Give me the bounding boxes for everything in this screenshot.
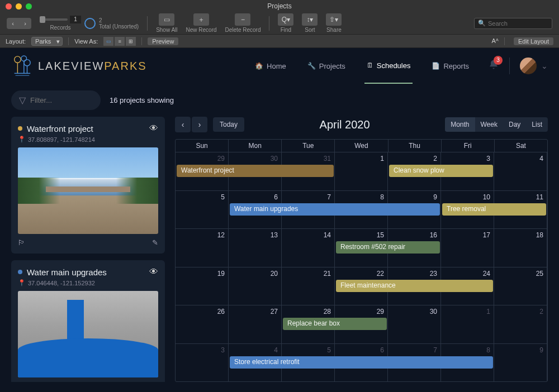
calendar-day[interactable]: 13 [229, 229, 282, 267]
card-title: Waterfront project [27, 124, 145, 133]
calendar-event[interactable]: Clean snow plow [389, 165, 493, 177]
calendar-view-switch: MonthWeekDayList [445, 117, 548, 132]
calendar-day[interactable]: 21 [282, 267, 335, 305]
eye-icon[interactable]: 👁 [149, 267, 158, 277]
toolbar-search-input[interactable] [488, 20, 548, 27]
calendar-day[interactable]: 20 [229, 267, 282, 305]
plus-icon: ＋ [193, 13, 209, 26]
card-edit-icon[interactable]: ✎ [152, 238, 158, 247]
share-icon: ⇧▾ [326, 13, 342, 26]
calendar-day[interactable]: 5 [176, 191, 229, 229]
calendar-week: 12131415161718Restroom #502 repair [176, 228, 547, 267]
calendar-day[interactable]: 30 [388, 305, 441, 343]
card-title: Water main upgrades [27, 267, 145, 277]
eye-icon[interactable]: 👁 [149, 123, 158, 133]
filter-box[interactable]: ▽ [11, 90, 101, 110]
sort-icon: ↕▾ [302, 13, 318, 26]
card-action-left[interactable]: 🏳 [18, 238, 25, 247]
window-maximize[interactable] [26, 3, 32, 9]
calendar-day[interactable]: 2 [494, 305, 547, 343]
calendar-day[interactable]: 18 [494, 229, 547, 267]
calendar-day[interactable]: 19 [176, 267, 229, 305]
filter-input[interactable] [30, 96, 93, 104]
date-number: 23 [391, 270, 437, 278]
date-number: 26 [179, 308, 225, 315]
view-month[interactable]: Month [445, 117, 475, 132]
date-number: 6 [232, 193, 278, 201]
calendar-week: 262728293012Replace bear box [176, 305, 547, 343]
calendar-event[interactable]: Fleet maintenance [336, 280, 493, 292]
preview-button[interactable]: Preview [148, 37, 178, 45]
svg-point-1 [21, 56, 27, 61]
date-number: 15 [338, 231, 384, 239]
calendar-day[interactable]: 9 [494, 344, 547, 382]
project-card[interactable]: Water main upgrades 👁 📍 37.046448, -121.… [11, 260, 165, 382]
calendar-day[interactable]: 25 [494, 267, 547, 305]
calendar-day[interactable]: 26 [176, 305, 229, 343]
date-number: 3 [179, 346, 225, 354]
calendar-day[interactable]: 3 [176, 344, 229, 382]
date-number: 28 [285, 308, 331, 315]
home-icon: 🏠 [255, 62, 263, 70]
calendar-day[interactable]: 1 [335, 152, 388, 190]
notifications-button[interactable]: 3 [488, 59, 499, 73]
view-form-button[interactable]: ▭ [103, 37, 113, 46]
records-current[interactable]: 1 [70, 16, 81, 23]
view-table-button[interactable]: ⊞ [126, 37, 136, 46]
text-size-button[interactable]: Aᴬ [492, 37, 499, 45]
window-close[interactable] [6, 3, 12, 9]
nav-forward[interactable]: › [19, 18, 31, 29]
calendar-event[interactable]: Replace bear box [283, 318, 387, 330]
calendar-day[interactable]: 17 [441, 229, 494, 267]
records-group: 1 Records 2 Total (Unsorted) [40, 16, 139, 31]
calendar-day[interactable]: 14 [282, 229, 335, 267]
today-button[interactable]: Today [213, 117, 244, 132]
calendar-event[interactable]: Water main upgrades [230, 203, 440, 216]
calendar-next[interactable]: › [192, 117, 207, 132]
tab-reports[interactable]: 📄 Reports [429, 48, 471, 84]
records-pie-icon[interactable] [84, 18, 96, 29]
calendar-day[interactable]: 4 [494, 152, 547, 190]
calendar-prev[interactable]: ‹ [175, 117, 191, 132]
toolbar-search[interactable]: 🔍 [474, 18, 552, 29]
layout-label: Layout: [6, 38, 26, 45]
find-button[interactable]: Q▾ Find [278, 13, 293, 33]
date-number: 30 [391, 308, 437, 315]
calendar-event[interactable]: Store electrical retrofit [230, 356, 493, 369]
calendar-event[interactable]: Tree removal [442, 203, 546, 216]
logo-icon [11, 54, 32, 78]
view-list[interactable]: List [526, 117, 548, 132]
calendar-event[interactable]: Waterfront project [177, 165, 334, 177]
date-number: 10 [444, 193, 490, 201]
calendar-day[interactable]: 1 [441, 305, 494, 343]
layout-select[interactable]: Parks [31, 37, 63, 46]
tab-schedules[interactable]: 🗓 Schedules [364, 48, 413, 84]
tab-home[interactable]: 🏠 Home [253, 48, 288, 84]
new-record-button[interactable]: ＋ New Record [186, 13, 217, 33]
nav-back[interactable]: ‹ [7, 18, 19, 29]
user-avatar[interactable] [520, 58, 537, 74]
calendar-event[interactable]: Restroom #502 repair [336, 241, 440, 254]
header-divider [509, 58, 510, 74]
calendar-day[interactable]: 12 [176, 229, 229, 267]
chevron-down-icon[interactable]: ⌄ [541, 61, 548, 70]
share-button[interactable]: ⇧▾ Share [326, 13, 342, 33]
calendar-day[interactable]: 27 [229, 305, 282, 343]
filter-count: 16 projects showing [110, 96, 174, 104]
view-as-label: View As: [74, 38, 98, 45]
window-title: Projects [267, 2, 291, 10]
date-number: 22 [338, 270, 384, 278]
edit-layout-button[interactable]: Edit Layout [514, 37, 553, 45]
tab-projects[interactable]: 🔧 Projects [305, 48, 348, 84]
view-list-button[interactable]: ≡ [115, 37, 125, 46]
project-card[interactable]: Waterfront project 👁 📍 37.808897, -121.7… [11, 117, 165, 254]
delete-record-button[interactable]: − Delete Record [225, 13, 261, 33]
date-number: 11 [498, 193, 543, 201]
view-day[interactable]: Day [503, 117, 526, 132]
date-number: 3 [444, 155, 490, 162]
window-minimize[interactable] [16, 3, 22, 9]
show-all-button[interactable]: ▭ Show All [156, 13, 177, 33]
records-slider[interactable] [40, 18, 68, 21]
view-week[interactable]: Week [475, 117, 503, 132]
sort-button[interactable]: ↕▾ Sort [302, 13, 318, 33]
